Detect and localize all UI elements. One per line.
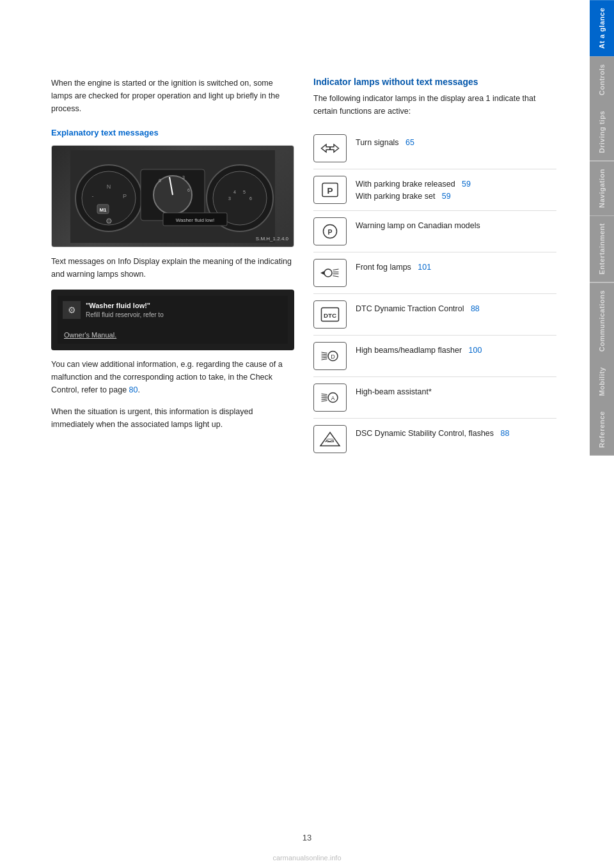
indicator-list: Turn signals 65 P With parking brake rel…: [313, 128, 556, 460]
svg-line-36: [322, 352, 327, 353]
message-sub: Refill fluid reservoir, refer to: [86, 311, 164, 320]
body-text-3: When the situation is urgent, this infor…: [51, 405, 294, 431]
dsc-icon: [319, 430, 342, 449]
dashboard-image: N - P M1 ⚙ 0: [51, 145, 294, 247]
message-image-container: ⚙ "Washer fluid low!" Refill fluid reser…: [51, 290, 294, 350]
svg-text:D: D: [331, 353, 335, 360]
svg-text:-: -: [92, 193, 94, 199]
svg-line-37: [322, 354, 327, 355]
high-beam-assist-text: High-beam assistant*: [356, 384, 432, 398]
dashboard-svg: N - P M1 ⚙ 0: [70, 150, 275, 243]
svg-marker-24: [330, 144, 339, 152]
sidebar-tab-navigation[interactable]: Navigation: [590, 161, 614, 215]
message-title: "Washer fluid low!": [86, 301, 164, 311]
indicator-item-high-beam-assist: A High-beam assistant*: [313, 377, 556, 419]
svg-line-46: [322, 399, 327, 399]
svg-text:6: 6: [187, 188, 190, 192]
dtc-page[interactable]: 88: [471, 304, 480, 313]
turn-signals-icon-box: [313, 134, 347, 162]
body-text-1: Text messages on Info Display explain th…: [51, 255, 294, 281]
turn-signals-icon: [319, 139, 342, 158]
sidebar: At a glance Controls Driving tips Naviga…: [590, 0, 614, 868]
svg-text:0: 0: [159, 178, 161, 183]
dsc-icon-box: [313, 425, 347, 453]
sidebar-tab-communications[interactable]: Communications: [590, 283, 614, 359]
turn-signals-text: Turn signals 65: [356, 134, 414, 149]
high-beam-assist-icon: A: [319, 388, 342, 407]
high-beams-page[interactable]: 100: [468, 346, 482, 355]
svg-text:DTC: DTC: [324, 312, 336, 319]
explanatory-heading: Explanatory text messages: [51, 128, 294, 137]
sidebar-tab-reference[interactable]: Reference: [590, 403, 614, 456]
svg-line-43: [322, 394, 327, 395]
svg-text:4: 4: [233, 190, 236, 194]
svg-text:P: P: [327, 186, 333, 196]
park-page1[interactable]: 59: [462, 180, 471, 189]
svg-line-33: [333, 276, 339, 277]
sidebar-tab-driving-tips[interactable]: Driving tips: [590, 103, 614, 161]
high-beams-icon-box: D: [313, 342, 347, 370]
owners-manual-link: Owner's Manual.: [64, 331, 116, 339]
svg-text:3: 3: [228, 196, 231, 201]
body-text-2: You can view additional information, e.g…: [51, 358, 294, 396]
svg-line-30: [333, 269, 339, 270]
indicator-item-dsc: DSC Dynamic Stability Control, flashes 8…: [313, 419, 556, 460]
sidebar-tab-controls[interactable]: Controls: [590, 56, 614, 103]
svg-text:⚙: ⚙: [106, 217, 113, 226]
sidebar-tab-mobility[interactable]: Mobility: [590, 359, 614, 404]
fog-icon-box: [313, 259, 347, 287]
turn-signals-page[interactable]: 65: [405, 138, 414, 147]
fog-text: Front fog lamps 101: [356, 259, 431, 274]
svg-line-40: [322, 359, 327, 360]
svg-text:A: A: [331, 396, 335, 401]
park-icon-box: P: [313, 176, 347, 204]
image-watermark: S.M.H_1.2.4.0: [256, 236, 288, 242]
front-fog-icon: [319, 263, 342, 283]
indicator-item-fog: Front fog lamps 101: [313, 252, 556, 294]
svg-text:6: 6: [249, 196, 252, 201]
dsc-text: DSC Dynamic Stability Control, flashes 8…: [356, 425, 509, 440]
svg-text:Washer fluid low!: Washer fluid low!: [176, 217, 215, 223]
indicator-item-dtc: DTC DTC Dynamic Traction Control 88: [313, 294, 556, 336]
svg-text:P: P: [327, 228, 332, 236]
warning-text: Warning lamp on Canadian models: [356, 217, 480, 232]
sidebar-tab-entertainment[interactable]: Entertainment: [590, 215, 614, 282]
dtc-icon: DTC: [319, 305, 342, 324]
svg-line-47: [322, 401, 327, 402]
right-column: Indicator lamps without text messages Th…: [313, 77, 556, 842]
fog-page[interactable]: 101: [418, 263, 431, 272]
indicator-item-park: P With parking brake released 59 With pa…: [313, 169, 556, 211]
page-number: 13: [303, 833, 311, 842]
svg-text:5: 5: [243, 190, 246, 194]
intro-text: When the engine is started or the igniti…: [51, 77, 294, 115]
high-beams-text: High beams/headlamp flasher 100: [356, 342, 482, 357]
dsc-page[interactable]: 88: [500, 429, 509, 438]
svg-text:N: N: [107, 183, 111, 190]
svg-marker-23: [322, 144, 331, 152]
message-text-area: "Washer fluid low!" Refill fluid reservo…: [86, 301, 164, 320]
sidebar-tab-at-a-glance[interactable]: At a glance: [590, 0, 614, 56]
page-link-80[interactable]: 80: [129, 385, 138, 394]
right-intro: The following indicator lamps in the dis…: [313, 92, 556, 118]
indicator-lamps-heading: Indicator lamps without text messages: [313, 77, 556, 87]
svg-text:P: P: [123, 193, 127, 199]
warning-icon-box: P: [313, 217, 347, 245]
watermark: carmanualsonline.info: [272, 854, 341, 862]
park-page2[interactable]: 59: [442, 192, 451, 201]
indicator-item-warning: P Warning lamp on Canadian models: [313, 211, 556, 252]
svg-text:3: 3: [182, 175, 185, 180]
high-beams-icon: D: [319, 346, 342, 366]
wrench-icon: ⚙: [63, 301, 81, 319]
svg-line-39: [322, 357, 327, 358]
dtc-icon-box: DTC: [313, 300, 347, 329]
svg-point-29: [324, 269, 332, 277]
warning-p-icon: P: [319, 222, 342, 241]
dtc-text: DTC Dynamic Traction Control 88: [356, 300, 480, 315]
svg-line-44: [322, 396, 327, 396]
indicator-item-turn-signals: Turn signals 65: [313, 128, 556, 169]
indicator-item-high-beams: D High beams/headlamp flasher 100: [313, 336, 556, 377]
park-icon: P: [319, 180, 342, 199]
washer-message-box: ⚙ "Washer fluid low!" Refill fluid reser…: [58, 296, 288, 325]
park-text: With parking brake released 59 With park…: [356, 176, 471, 203]
svg-text:M1: M1: [99, 207, 107, 213]
